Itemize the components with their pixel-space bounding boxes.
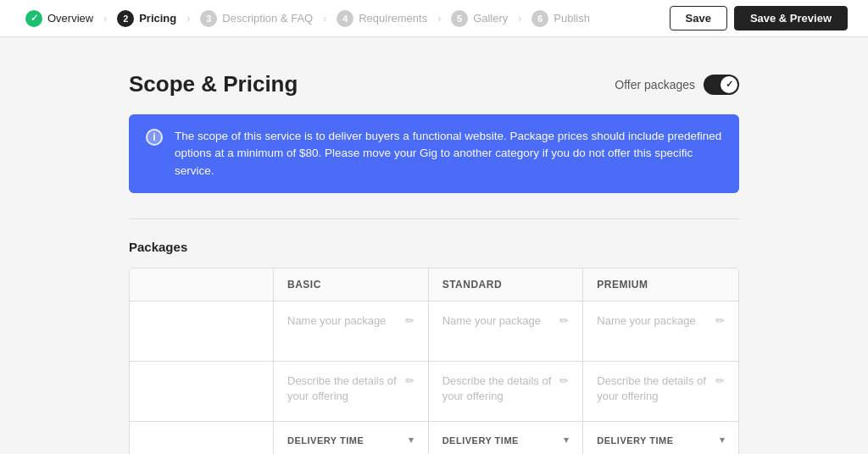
edit-icon-premium-name[interactable]: ✏ <box>715 313 725 329</box>
package-name-row-label <box>130 302 274 361</box>
package-name-premium-cell[interactable]: Name your package ✏ <box>583 302 738 361</box>
delivery-premium-dropdown[interactable]: DELIVERY TIME ▾ <box>583 422 738 454</box>
delivery-premium-label: DELIVERY TIME <box>597 435 673 446</box>
offer-packages-toggle[interactable] <box>704 75 739 95</box>
edit-icon-basic-name[interactable]: ✏ <box>405 313 415 329</box>
packages-table: BASIC STANDARD PREMIUM Name your package… <box>129 268 739 454</box>
offer-packages-label: Offer packages <box>615 78 695 91</box>
table-header-row: BASIC STANDARD PREMIUM <box>130 269 738 302</box>
edit-icon-basic-desc[interactable]: ✏ <box>405 374 415 389</box>
wizard-steps: ✓ Overview › 2 Pricing › 3 Description &… <box>20 7 595 30</box>
step-requirements[interactable]: 4 Requirements <box>331 7 432 30</box>
top-navigation: ✓ Overview › 2 Pricing › 3 Description &… <box>0 0 868 37</box>
step-pricing-label: Pricing <box>139 12 176 25</box>
package-name-basic-placeholder: Name your package <box>287 313 398 329</box>
section-header: Scope & Pricing Offer packages <box>129 71 739 97</box>
chevron-3: › <box>323 13 326 25</box>
step-description[interactable]: 3 Description & FAQ <box>195 7 318 30</box>
step-overview-circle: ✓ <box>25 10 42 27</box>
chevron-2: › <box>186 13 190 25</box>
step-pricing[interactable]: 2 Pricing <box>112 7 181 30</box>
save-button[interactable]: Save <box>670 6 727 30</box>
info-icon: i <box>146 129 163 146</box>
toggle-knob <box>721 76 737 93</box>
step-publish-circle: 6 <box>531 10 548 27</box>
nav-action-buttons: Save Save & Preview <box>670 6 849 30</box>
package-name-standard-cell[interactable]: Name your package ✏ <box>429 302 584 361</box>
main-content: Scope & Pricing Offer packages i The sco… <box>112 71 756 454</box>
delivery-standard-label: DELIVERY TIME <box>442 435 519 446</box>
package-desc-standard-cell[interactable]: Describe the details of your offering ✏ <box>429 362 584 421</box>
step-description-label: Description & FAQ <box>222 12 313 25</box>
info-text: The scope of this service is to deliver … <box>175 128 722 180</box>
package-description-row: Describe the details of your offering ✏ … <box>130 362 738 422</box>
step-requirements-circle: 4 <box>337 10 353 27</box>
table-header-empty <box>130 269 274 302</box>
package-name-premium-placeholder: Name your package <box>597 313 709 329</box>
package-desc-standard-placeholder: Describe the details of your offering <box>442 374 554 404</box>
package-desc-premium-cell[interactable]: Describe the details of your offering ✏ <box>583 362 738 421</box>
page-title: Scope & Pricing <box>129 71 298 97</box>
package-desc-row-label <box>130 362 274 421</box>
delivery-basic-dropdown[interactable]: DELIVERY TIME ▾ <box>274 422 429 454</box>
delivery-basic-label: DELIVERY TIME <box>287 435 364 446</box>
step-publish-label: Publish <box>554 12 590 25</box>
table-header-basic: BASIC <box>274 269 429 302</box>
edit-icon-standard-name[interactable]: ✏ <box>559 313 569 329</box>
chevron-5: › <box>518 13 521 25</box>
step-publish[interactable]: 6 Publish <box>526 7 595 30</box>
package-desc-basic-placeholder: Describe the details of your offering <box>287 374 398 404</box>
info-box: i The scope of this service is to delive… <box>129 114 739 193</box>
step-overview[interactable]: ✓ Overview <box>20 7 98 30</box>
step-gallery-circle: 5 <box>451 10 468 27</box>
delivery-time-row: DELIVERY TIME ▾ DELIVERY TIME ▾ DELIVERY… <box>130 422 738 454</box>
chevron-4: › <box>437 13 441 25</box>
chevron-down-premium: ▾ <box>720 435 726 446</box>
package-desc-premium-placeholder: Describe the details of your offering <box>597 374 709 404</box>
package-desc-basic-cell[interactable]: Describe the details of your offering ✏ <box>274 362 429 421</box>
chevron-down-basic: ▾ <box>409 435 415 446</box>
package-name-row: Name your package ✏ Name your package ✏ … <box>130 302 738 362</box>
package-name-standard-placeholder: Name your package <box>442 313 554 329</box>
package-name-basic-cell[interactable]: Name your package ✏ <box>274 302 429 361</box>
packages-label: Packages <box>129 240 739 254</box>
step-gallery-label: Gallery <box>473 12 508 25</box>
edit-icon-standard-desc[interactable]: ✏ <box>559 374 569 389</box>
edit-icon-premium-desc[interactable]: ✏ <box>715 374 725 389</box>
step-requirements-label: Requirements <box>359 12 427 25</box>
step-pricing-circle: 2 <box>117 10 134 27</box>
save-preview-button[interactable]: Save & Preview <box>734 6 848 30</box>
chevron-down-standard: ▾ <box>564 435 570 446</box>
step-overview-label: Overview <box>47 12 93 25</box>
table-header-premium: PREMIUM <box>583 269 738 302</box>
step-description-circle: 3 <box>200 10 217 27</box>
delivery-row-label <box>130 422 274 454</box>
section-divider <box>129 219 739 219</box>
step-gallery[interactable]: 5 Gallery <box>446 7 513 30</box>
offer-packages-toggle-container: Offer packages <box>615 75 739 95</box>
chevron-1: › <box>103 13 107 25</box>
table-header-standard: STANDARD <box>429 269 584 302</box>
delivery-standard-dropdown[interactable]: DELIVERY TIME ▾ <box>429 422 584 454</box>
